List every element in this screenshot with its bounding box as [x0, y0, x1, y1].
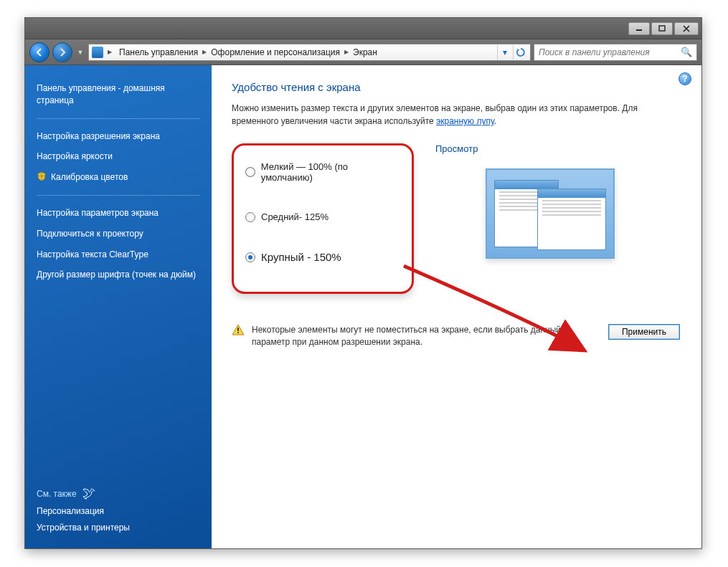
see-also-heading: См. также 🕊 — [37, 486, 200, 501]
preview-label: Просмотр — [435, 143, 680, 154]
maximize-icon — [658, 25, 666, 32]
sidebar-item-label: Калибровка цветов — [51, 171, 128, 184]
titlebar — [25, 18, 701, 39]
sidebar-link-brightness[interactable]: Настройка яркости — [37, 151, 200, 163]
desc-text: Можно изменить размер текста и других эл… — [232, 103, 638, 126]
address-bar[interactable]: ▶ Панель управления ▶ Оформление и персо… — [88, 44, 531, 61]
sidebar-home-link[interactable]: Панель управления - домашняя страница — [37, 82, 200, 107]
minimize-button[interactable] — [628, 22, 650, 35]
forward-button[interactable] — [52, 42, 72, 62]
search-input[interactable] — [539, 47, 678, 57]
radio-icon — [245, 212, 255, 222]
see-also-personalization[interactable]: Персонализация — [37, 505, 200, 518]
desc-text-end: . — [494, 116, 496, 126]
shield-icon — [37, 171, 47, 181]
svg-rect-3 — [237, 332, 239, 333]
page-description: Можно изменить размер текста и других эл… — [232, 102, 676, 128]
chevron-right-icon: ▶ — [343, 49, 350, 55]
separator — [37, 118, 200, 119]
back-button[interactable] — [29, 42, 49, 62]
breadcrumb-seg-1[interactable]: Панель управления — [116, 47, 201, 57]
search-icon: 🔍 — [681, 47, 692, 57]
apply-button[interactable]: Применить — [608, 324, 680, 340]
control-panel-window: ▼ ▶ Панель управления ▶ Оформление и пер… — [24, 17, 702, 549]
arrow-left-icon — [35, 48, 44, 57]
sidebar-link-display-params[interactable]: Настройка параметров экрана — [37, 207, 200, 219]
size-options-group: Мелкий — 100% (по умолчанию) Средний- 12… — [232, 143, 414, 294]
see-also-devices[interactable]: Устройства и принтеры — [37, 522, 200, 534]
see-also-label: См. также — [37, 489, 77, 499]
close-icon — [683, 25, 690, 32]
page-title: Удобство чтения с экрана — [232, 81, 680, 93]
bird-icon: 🕊 — [82, 486, 95, 501]
radio-selected-icon — [245, 252, 255, 262]
sidebar-link-cleartype[interactable]: Настройка текста ClearType — [37, 249, 200, 261]
navigation-bar: ▼ ▶ Панель управления ▶ Оформление и пер… — [25, 39, 701, 65]
radio-large[interactable]: Крупный - 150% — [245, 251, 400, 263]
radio-label: Мелкий — 100% (по умолчанию) — [261, 161, 400, 183]
content-pane: ? Удобство чтения с экрана Можно изменит… — [212, 65, 701, 548]
address-dropdown[interactable]: ▾ — [497, 45, 511, 59]
sidebar-link-projector[interactable]: Подключиться к проектору — [37, 228, 200, 240]
radio-label: Крупный - 150% — [261, 251, 341, 263]
radio-label: Средний- 125% — [261, 211, 328, 222]
radio-medium[interactable]: Средний- 125% — [245, 211, 400, 222]
options-row: Мелкий — 100% (по умолчанию) Средний- 12… — [232, 143, 680, 294]
search-box[interactable]: 🔍 — [534, 44, 697, 61]
nav-history-dropdown[interactable]: ▼ — [75, 45, 85, 59]
radio-small[interactable]: Мелкий — 100% (по умолчанию) — [245, 161, 400, 183]
refresh-button[interactable] — [513, 45, 527, 59]
sidebar-bottom: См. также 🕊 Персонализация Устройства и … — [37, 486, 200, 538]
maximize-button[interactable] — [651, 22, 673, 35]
window-body: Панель управления - домашняя страница На… — [25, 65, 701, 548]
magnifier-link[interactable]: экранную лупу — [436, 116, 494, 126]
minimize-icon — [635, 26, 643, 32]
preview-image — [486, 168, 615, 259]
control-panel-icon — [92, 47, 103, 58]
arrow-right-icon — [58, 48, 67, 57]
svg-rect-1 — [659, 26, 665, 31]
breadcrumb-seg-2[interactable]: Оформление и персонализация — [208, 47, 343, 57]
help-button[interactable]: ? — [679, 72, 691, 85]
breadcrumb: Панель управления ▶ Оформление и персона… — [116, 47, 494, 57]
sidebar: Панель управления - домашняя страница На… — [25, 65, 212, 548]
refresh-icon — [516, 47, 526, 57]
chevron-right-icon: ▶ — [106, 49, 113, 55]
preview-window-icon — [537, 189, 606, 250]
warning-row: Некоторые элементы могут не поместиться … — [232, 324, 680, 349]
separator — [37, 195, 200, 196]
sidebar-link-dpi[interactable]: Другой размер шрифта (точек на дюйм) — [37, 269, 200, 281]
svg-rect-0 — [636, 29, 642, 31]
chevron-right-icon: ▶ — [201, 49, 208, 55]
warning-text: Некоторые элементы могут не поместиться … — [252, 324, 601, 349]
close-button[interactable] — [674, 22, 699, 35]
breadcrumb-seg-3[interactable]: Экран — [350, 47, 380, 57]
sidebar-link-calibration[interactable]: Калибровка цветов — [37, 171, 200, 184]
sidebar-link-resolution[interactable]: Настройка разрешения экрана — [37, 130, 200, 143]
preview-section: Просмотр — [435, 143, 680, 259]
svg-rect-2 — [237, 328, 239, 331]
warning-icon — [232, 324, 245, 335]
radio-icon — [245, 167, 255, 177]
